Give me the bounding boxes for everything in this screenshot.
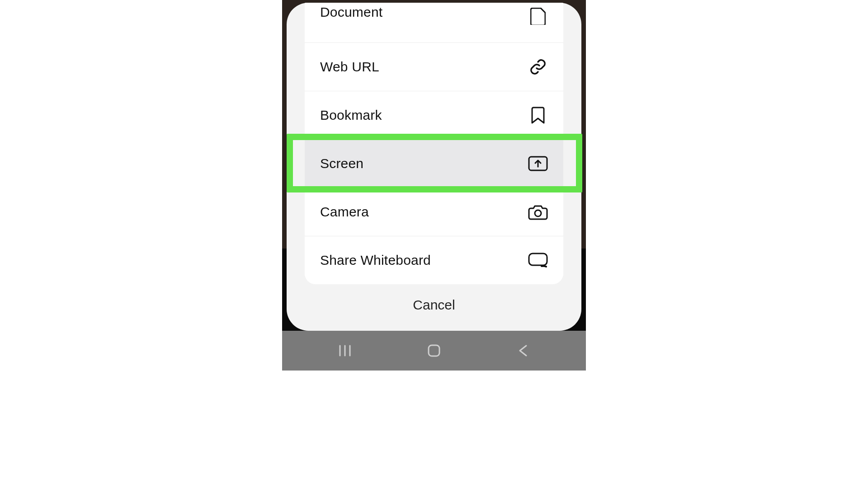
cancel-button-label: Cancel [413,297,455,313]
option-document-label: Document [320,5,382,20]
document-icon [528,6,548,26]
option-share-whiteboard[interactable]: Share Whiteboard [305,236,563,284]
back-icon [517,344,529,357]
option-screen[interactable]: Screen [305,139,563,188]
option-bookmark-label: Bookmark [320,108,382,123]
option-screen-label: Screen [320,156,363,171]
nav-home-button[interactable] [423,340,445,361]
svg-point-1 [535,210,541,216]
home-icon [427,343,441,358]
screenshot-stage: Document Web URL Book [282,0,586,371]
share-screen-icon [528,154,548,174]
nav-recents-button[interactable] [334,340,356,361]
nav-back-button[interactable] [512,340,534,361]
option-share-whiteboard-label: Share Whiteboard [320,253,431,268]
option-document[interactable]: Document [305,3,563,42]
camera-icon [528,202,548,222]
option-camera-label: Camera [320,204,369,220]
option-web-url-label: Web URL [320,59,379,75]
share-options-list: Document Web URL Book [305,3,563,284]
recents-icon [338,344,352,357]
svg-rect-6 [429,345,439,356]
share-action-sheet: Document Web URL Book [287,3,581,331]
option-bookmark[interactable]: Bookmark [305,91,563,139]
whiteboard-icon [528,250,548,270]
bookmark-icon [528,105,548,125]
android-navbar [282,331,586,371]
option-web-url[interactable]: Web URL [305,42,563,91]
svg-rect-2 [529,253,547,265]
cancel-button[interactable]: Cancel [287,279,581,331]
link-icon [528,57,548,77]
option-camera[interactable]: Camera [305,188,563,236]
